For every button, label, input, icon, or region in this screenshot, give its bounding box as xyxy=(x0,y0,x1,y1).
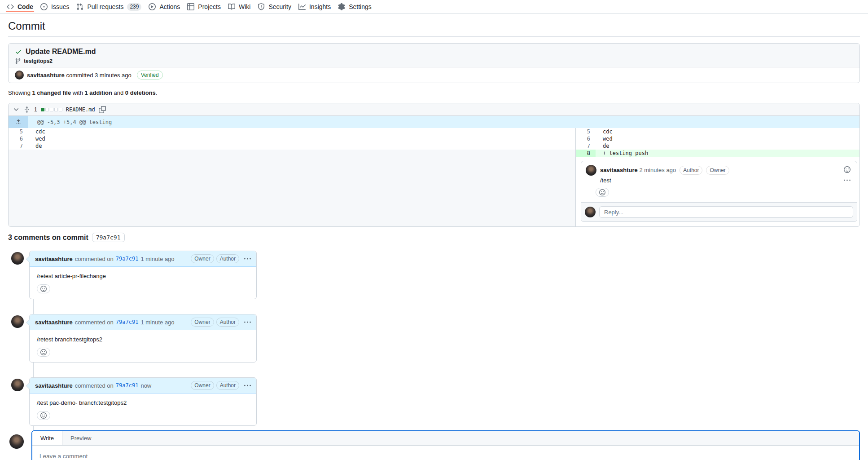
avatar[interactable] xyxy=(11,252,24,265)
tab-actions[interactable]: Actions xyxy=(145,0,184,13)
comment-sha-link[interactable]: 79a7c91 xyxy=(116,255,139,263)
diff-summary: Showing 1 changed file with 1 addition a… xyxy=(8,89,860,96)
comment-time: 1 minute ago xyxy=(140,255,174,263)
reply-input[interactable] xyxy=(599,206,853,218)
owner-badge: Owner xyxy=(191,381,214,390)
line-number[interactable]: 7 xyxy=(9,142,28,150)
kebab-icon xyxy=(244,256,251,262)
file-name[interactable]: README.md xyxy=(66,106,95,113)
avatar[interactable] xyxy=(15,71,24,80)
branch-name[interactable]: testgitops2 xyxy=(24,58,53,64)
tab-projects[interactable]: Projects xyxy=(184,0,224,13)
issue-opened-icon xyxy=(40,3,48,10)
tab-insights[interactable]: Insights xyxy=(295,0,334,13)
diffstat-neutral-block xyxy=(50,108,53,111)
line-number[interactable]: 6 xyxy=(576,135,596,142)
diff-split-view: 5cdc 6wed 7de 5cdc 6wed 7de 8+ testing p… xyxy=(9,128,859,226)
comment-options-button[interactable] xyxy=(244,256,251,262)
shield-icon xyxy=(258,3,265,10)
tab-settings[interactable]: Settings xyxy=(334,0,375,13)
avatar[interactable] xyxy=(585,207,596,217)
commit-comments-timeline: savitaashture commented on 79a7c91 1 min… xyxy=(8,251,860,460)
book-icon xyxy=(228,3,235,10)
avatar[interactable] xyxy=(11,315,24,328)
tab-label: Actions xyxy=(159,3,180,10)
line-code: de xyxy=(596,142,859,150)
tab-pull-requests[interactable]: Pull requests 239 xyxy=(73,0,145,13)
tab-label: Pull requests xyxy=(87,3,123,10)
git-branch-icon xyxy=(15,58,21,64)
hunk-range: @@ -5,3 +5,4 @@ testing xyxy=(28,116,112,128)
page-title: Commit xyxy=(8,20,860,37)
comment-text: /retest branch:testgitops2 xyxy=(37,336,249,343)
expand-hunk-button[interactable] xyxy=(9,116,28,128)
tab-wiki[interactable]: Wiki xyxy=(224,0,254,13)
comment-options-button[interactable] xyxy=(244,382,251,389)
commit-sha-chip[interactable]: 79a7c91 xyxy=(92,233,125,242)
inline-comment-author[interactable]: savitaashture xyxy=(600,167,638,173)
editor-tabs: Write Preview xyxy=(32,431,859,446)
comment-action: commented on xyxy=(75,255,114,263)
comment-time: now xyxy=(140,381,151,390)
smiley-icon xyxy=(40,412,47,419)
repo-nav: Code Issues Pull requests 239 Actions Pr… xyxy=(0,0,868,14)
line-number[interactable]: 5 xyxy=(576,128,596,135)
line-code: wed xyxy=(28,135,575,142)
commit-author[interactable]: savitaashture xyxy=(27,72,65,79)
tab-preview[interactable]: Preview xyxy=(62,431,99,445)
line-code: wed xyxy=(596,135,859,142)
diff-file: 1 README.md @@ -5,3 +5,4 @@ testing 5cdc… xyxy=(8,103,860,227)
avatar[interactable] xyxy=(9,434,24,449)
diff-pane-right: 5cdc 6wed 7de 8+ testing push savitaasht… xyxy=(575,128,859,226)
comment-author[interactable]: savitaashture xyxy=(35,381,73,390)
avatar[interactable] xyxy=(586,165,596,176)
line-number[interactable]: 6 xyxy=(9,135,28,142)
inline-comment: savitaashture 2 minutes ago Author Owner… xyxy=(581,161,857,202)
kebab-icon[interactable] xyxy=(844,177,850,184)
line-number[interactable]: 8 xyxy=(576,150,596,157)
tab-security[interactable]: Security xyxy=(254,0,295,13)
verified-badge[interactable]: Verified xyxy=(137,71,163,80)
unfold-icon[interactable] xyxy=(23,106,31,113)
comment-body: /test pac-demo- branch:testgitops2 xyxy=(30,394,256,425)
line-number[interactable]: 5 xyxy=(9,128,28,135)
chevron-down-icon[interactable] xyxy=(13,106,20,113)
tab-issues[interactable]: Issues xyxy=(37,0,73,13)
diffstat-neutral-block xyxy=(54,108,58,111)
changed-lines-count: 1 xyxy=(34,106,37,113)
git-pull-request-icon xyxy=(76,3,83,10)
line-number[interactable]: 7 xyxy=(576,142,596,150)
pull-requests-counter: 239 xyxy=(127,3,141,11)
comment-textarea[interactable] xyxy=(36,449,855,460)
tab-label: Settings xyxy=(349,3,372,10)
diffstat-neutral-block xyxy=(45,108,49,111)
add-reaction-button[interactable] xyxy=(37,348,50,357)
play-icon xyxy=(149,3,156,10)
diff-line: 7de xyxy=(576,142,859,150)
copy-icon[interactable] xyxy=(99,106,106,113)
line-code: cdc xyxy=(28,128,575,135)
diff-pane-left: 5cdc 6wed 7de xyxy=(9,128,575,226)
line-code: + testing push xyxy=(596,150,859,157)
comment-item: savitaashture commented on 79a7c91 now O… xyxy=(8,377,860,426)
comment-action: commented on xyxy=(75,318,114,327)
avatar[interactable] xyxy=(11,379,24,391)
commit-action: committed 3 minutes ago xyxy=(66,72,131,79)
add-reaction-button[interactable] xyxy=(596,188,609,197)
add-reaction-button[interactable] xyxy=(37,411,50,420)
smiley-icon[interactable] xyxy=(844,166,850,173)
comment-options-button[interactable] xyxy=(244,319,251,326)
comment-box: savitaashture commented on 79a7c91 1 min… xyxy=(29,314,257,363)
diffstat-neutral-block xyxy=(59,108,62,111)
smiley-icon xyxy=(599,189,605,195)
comment-box: savitaashture commented on 79a7c91 1 min… xyxy=(29,251,257,299)
tab-write[interactable]: Write xyxy=(32,431,62,445)
comment-sha-link[interactable]: 79a7c91 xyxy=(116,381,139,390)
comment-sha-link[interactable]: 79a7c91 xyxy=(116,318,139,327)
add-reaction-button[interactable] xyxy=(37,284,50,293)
tab-code[interactable]: Code xyxy=(3,0,37,13)
comment-author[interactable]: savitaashture xyxy=(35,318,73,327)
comment-author[interactable]: savitaashture xyxy=(35,255,73,263)
inline-comment-time: 2 minutes ago xyxy=(639,167,676,173)
diff-line: 7de xyxy=(9,142,575,150)
